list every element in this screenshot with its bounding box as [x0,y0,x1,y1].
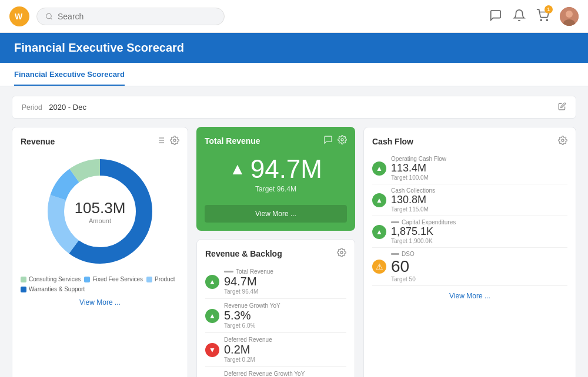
total-revenue-amount: 94.7M [250,154,322,184]
total-revenue-up-arrow: ▲ [229,160,246,179]
rb-deferred-revenue-growth: ⚠ Deferred Revenue Growth YoY (39.0%) Ta… [205,367,346,377]
revenue-backlog-title: Revenue & Backlog [205,249,282,258]
svg-point-4 [546,19,547,21]
revenue-view-more[interactable]: View More ... [21,298,179,307]
svg-point-1 [46,14,52,19]
dashboard-grid: Revenue [12,127,576,377]
tab-financial-executive-scorecard[interactable]: Financial Executive Scorecard [14,63,125,86]
revenue-card-title: Revenue [21,137,55,146]
cf-cash-collections: ▲ Cash Collections 130.8M Target 115.0M [372,184,567,216]
period-bar: Period 2020 - Dec [12,96,576,119]
revenue-backlog-card: Revenue & Backlog ▲ Total Revenue 94.7M … [196,239,355,377]
page-header: Financial Executive Scorecard [0,33,588,63]
svg-point-14 [173,139,176,142]
total-revenue-view-more[interactable]: View More ... [205,205,347,223]
svg-point-20 [341,139,343,141]
chat-icon[interactable] [323,135,333,146]
cash-flow-view-more[interactable]: View More ... [372,292,567,300]
tab-bar: Financial Executive Scorecard [0,63,588,86]
revenue-amount: 105.3M [75,199,126,217]
content-area: Period 2020 - Dec Revenue [0,86,588,377]
edit-period-button[interactable] [558,102,566,112]
svg-point-21 [562,139,564,142]
nav-icons: 1 [489,7,579,26]
search-bar[interactable] [36,8,225,25]
rb-revenue-growth: ▲ Revenue Growth YoY 5.3% Target 6.0% [205,299,346,333]
cf-capital-expenditures: ▲ Capital Expenditures 1,875.1K Target 1… [372,216,567,248]
revenue-amount-label: Amount [75,217,126,224]
svg-point-6 [566,11,573,18]
page-title: Financial Executive Scorecard [14,41,574,55]
svg-point-22 [340,251,343,254]
svg-line-2 [51,18,52,19]
gear-icon[interactable] [170,136,179,147]
rb-deferred-revenue: ▼ Deferred Revenue 0.2M Target 0.2M [205,333,346,367]
period-value: 2020 - Dec [49,103,86,112]
total-revenue-main: ▲ 94.7M Target 96.4M [205,149,347,199]
revenue-legend: Consulting Services Fixed Fee Services P… [21,276,179,292]
cash-flow-title: Cash Flow [372,137,413,146]
total-revenue-gear-icon[interactable] [338,135,347,146]
notifications-button[interactable] [513,9,526,23]
messages-button[interactable] [489,9,502,23]
filter-icon[interactable] [156,136,165,147]
top-nav: W 1 [0,0,588,33]
period-label: Period [22,103,42,112]
logo-icon: W [9,6,29,26]
cf-operating-cash-flow: ▲ Operating Cash Flow 113.4M Target 100.… [372,153,567,184]
search-input[interactable] [58,12,216,21]
user-avatar[interactable] [560,7,579,26]
donut-chart: 105.3M Amount [21,153,179,270]
cart-button[interactable]: 1 [536,9,549,23]
total-revenue-title: Total Revenue [205,136,260,146]
cf-dso: ⚠ DSO 60 Target 50 [372,248,567,286]
rb-total-revenue: ▲ Total Revenue 94.7M Target 96.4M [205,265,346,299]
total-revenue-target: Target 96.4M [205,185,347,193]
cash-flow-gear-icon[interactable] [558,136,567,147]
svg-text:W: W [15,12,23,21]
svg-point-3 [540,19,542,21]
cash-flow-card: Cash Flow ▲ Operating Cash Flow 113.4M T… [363,127,576,377]
cart-badge: 1 [544,5,553,14]
revenue-card: Revenue [12,127,188,377]
total-revenue-card: Total Revenue ▲ 94.7M Target 96.4M Vie [196,127,355,231]
revenue-backlog-gear-icon[interactable] [337,248,346,259]
search-icon [45,12,53,21]
